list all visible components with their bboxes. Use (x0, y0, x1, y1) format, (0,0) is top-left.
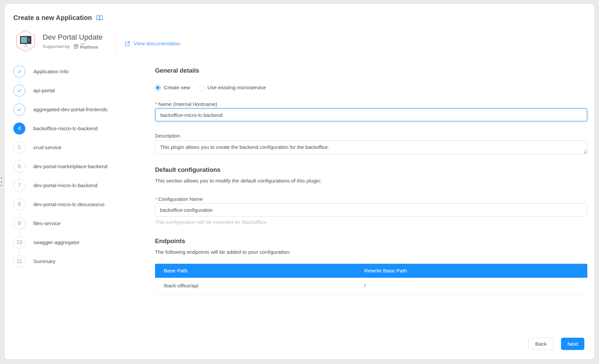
page-title-row: Create a new Application (13, 14, 103, 22)
page-title: Create a new Application (13, 14, 92, 22)
step-connector (19, 136, 20, 140)
application-name: Dev Portal Update (43, 33, 103, 42)
step-label: crud-service (33, 145, 61, 151)
supported-by-row: Supported by: Platform (43, 44, 103, 49)
step-number-badge: 6 (13, 161, 25, 173)
sidebar-step-aggregated-dev-portal-frontends[interactable]: aggregated-dev-portal-frontends (13, 104, 148, 116)
endpoint-row: /back-office/api / (155, 278, 587, 294)
radio-use-existing-label: Use existing microservice (207, 85, 266, 91)
endpoints-table: Base Path Rewrite Base Path /back-office… (155, 264, 587, 294)
step-connector (19, 155, 20, 159)
application-meta: Dev Portal Update Supported by: Platform (43, 33, 103, 49)
supported-by-label: Supported by: (43, 44, 71, 49)
rewrite-base-path-column-header: Rewrite Base Path (359, 264, 587, 278)
general-details-heading: General details (155, 67, 587, 75)
sidebar-step-api-portal[interactable]: api-portal (13, 85, 148, 97)
base-path-column-header: Base Path (155, 264, 359, 278)
endpoints-table-header-row: Base Path Rewrite Base Path (155, 264, 587, 278)
configuration-mount-help: This configuration will be mounted on /b… (155, 219, 587, 225)
step-number-badge: 11 (13, 255, 25, 267)
step-number-badge: 9 (13, 217, 25, 229)
book-icon[interactable] (96, 15, 103, 21)
next-button[interactable]: Next (561, 338, 584, 350)
default-configurations-heading: Default configurations (155, 166, 587, 174)
step-number-badge: 7 (13, 180, 25, 191)
sidebar-step-dev-portal-micro-lc-docusaurus[interactable]: 8 dev-portal-micro-lc-docusaurus (13, 198, 148, 210)
step-connector (19, 174, 20, 178)
sidebar-step-summary[interactable]: 11 Summary (13, 255, 148, 267)
step-connector (19, 193, 20, 197)
step-label: aggregated-dev-portal-frontends (33, 107, 107, 113)
step-connector (19, 250, 20, 254)
step-label: dev-portal-marketplace-backend (33, 164, 107, 170)
check-icon (13, 104, 25, 116)
radio-create-new-label: Create new (164, 85, 190, 91)
rewrite-base-path-cell: / (359, 278, 587, 294)
base-path-cell: /back-office/api (155, 278, 359, 294)
name-input[interactable] (155, 108, 587, 122)
sidebar-step-application-info[interactable]: Application Info (13, 66, 148, 78)
mia-platform-logo: Platform (73, 44, 98, 49)
step-number-badge: 10 (13, 236, 25, 248)
check-icon (13, 66, 25, 78)
header-divider (115, 33, 116, 56)
sidebar-step-dev-portal-marketplace-backend[interactable]: 6 dev-portal-marketplace-backend (13, 161, 148, 173)
endpoints-intro: The following endpoints will be added to… (155, 249, 587, 255)
name-field-label: * Name (Internal Hostname) (155, 101, 587, 107)
required-asterisk: * (155, 101, 157, 107)
view-documentation-link[interactable]: View documentation (125, 41, 180, 47)
sidebar-step-backoffice-micro-lc-backend[interactable]: 4 backoffice-micro-lc-backend (13, 123, 148, 135)
wizard-footer: Back Next (528, 338, 584, 350)
configuration-name-input[interactable] (155, 203, 587, 216)
drag-handle-dots (1, 178, 2, 186)
step-form-panel: General details Create new Use existing … (155, 67, 587, 294)
required-asterisk: * (155, 196, 157, 202)
sidebar-step-crud-service[interactable]: 5 crud-service (13, 142, 148, 154)
configuration-name-field-label: * Configuration Name (155, 196, 587, 202)
step-number-badge: 8 (13, 198, 25, 210)
step-label: Summary (33, 258, 55, 264)
sidebar-step-files-service[interactable]: 9 files-service (13, 217, 148, 229)
step-label: dev-portal-micro-lc-docusaurus (33, 201, 105, 207)
sidebar-step-swagger-aggregator[interactable]: 10 swagger-aggregator (13, 236, 148, 248)
step-connector (19, 231, 20, 235)
step-label: files-service (33, 220, 61, 226)
radio-use-existing-microservice[interactable]: Use existing microservice (199, 85, 266, 91)
step-connector (19, 212, 20, 216)
step-number-badge: 4 (13, 123, 25, 135)
step-label: backoffice-micro-lc-backend (33, 126, 98, 132)
step-connector (19, 117, 20, 121)
step-label: dev-portal-micro-lc-backend (33, 182, 97, 188)
external-link-icon (125, 41, 130, 47)
step-label: Application Info (33, 69, 69, 75)
view-documentation-label: View documentation (134, 41, 180, 47)
default-configurations-intro: This section allows you to modify the de… (155, 178, 587, 184)
create-application-modal: Create a new Application Dev Portal Upda… (5, 4, 594, 359)
microservice-mode-radio-group: Create new Use existing microservice (155, 84, 587, 91)
check-icon (13, 85, 25, 97)
sidebar-step-dev-portal-micro-lc-backend[interactable]: 7 dev-portal-micro-lc-backend (13, 180, 148, 191)
endpoints-heading: Endpoints (155, 237, 587, 245)
back-button[interactable]: Back (528, 338, 554, 350)
step-connector (19, 79, 20, 83)
application-header: Dev Portal Update Supported by: Platform (15, 29, 103, 53)
application-logo-icon (15, 29, 37, 53)
step-connector (19, 98, 20, 102)
radio-selected-icon (155, 85, 161, 91)
description-textarea-wrap: This plugin allows you to create the bac… (155, 140, 587, 154)
description-field-label: Description (155, 133, 587, 139)
step-label: swagger-aggregator (33, 239, 80, 245)
radio-create-new[interactable]: Create new (155, 85, 190, 91)
brand-name: Platform (80, 45, 98, 49)
description-textarea[interactable]: This plugin allows you to create the bac… (155, 140, 587, 154)
step-label: api-portal (33, 88, 55, 94)
wizard-stepper: Application Info api-portal aggregated-d… (13, 66, 148, 267)
mia-platform-dots-icon (73, 44, 79, 49)
radio-unselected-icon (199, 85, 204, 91)
step-number-badge: 5 (13, 142, 25, 154)
